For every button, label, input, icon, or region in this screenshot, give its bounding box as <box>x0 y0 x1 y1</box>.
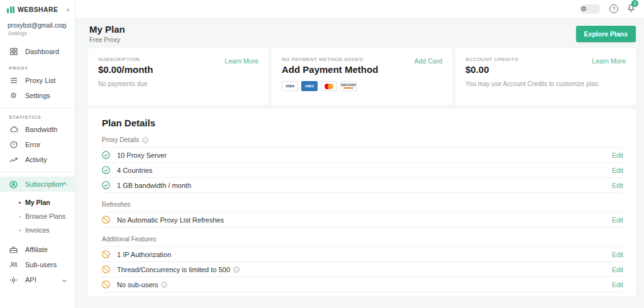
check-circle-icon <box>102 151 110 159</box>
plan-row: Thread/Concurrency is limited to 500 Edi… <box>102 261 623 277</box>
sidebar-item-error[interactable]: Error <box>0 137 75 152</box>
plan-details-title: Plan Details <box>102 118 623 128</box>
sidebar-item-subscription[interactable]: Subscription <box>0 177 75 192</box>
account-switcher[interactable]: proxybst@gmail.com Settings <box>0 17 75 39</box>
info-icon[interactable] <box>233 267 240 273</box>
info-icon[interactable] <box>161 282 167 288</box>
check-circle-icon <box>102 166 110 174</box>
sidebar-subitem-my-plan[interactable]: My Plan <box>0 195 75 209</box>
edit-link[interactable]: Edit <box>612 216 623 224</box>
theme-toggle[interactable]: ⚙ <box>579 4 601 14</box>
page-header: My Plan Free Proxy Explore Plans <box>88 18 636 48</box>
check-circle-icon <box>102 181 110 189</box>
learn-more-link[interactable]: Learn More <box>225 57 258 65</box>
sidebar-item-label: Dashboard <box>25 48 59 55</box>
additional-features-rows: 1 IP Authorization Edit Thread/Concurren… <box>102 246 623 292</box>
sidebar-item-dashboard[interactable]: Dashboard <box>0 44 75 59</box>
excluded-circle-icon <box>102 265 110 273</box>
edit-link[interactable]: Edit <box>612 281 623 289</box>
app-window: WEBSHARE « proxybst@gmail.com Settings D… <box>0 0 644 308</box>
collapse-sidebar-icon[interactable]: « <box>66 6 70 13</box>
error-icon <box>9 141 18 148</box>
brand-name: WEBSHARE <box>18 6 58 13</box>
brand-logo[interactable]: WEBSHARE « <box>0 0 75 17</box>
subscription-amount: $0.00/month <box>98 64 258 75</box>
learn-more-link[interactable]: Learn More <box>592 57 626 65</box>
plan-row-text: No sub-users <box>117 281 167 289</box>
sidebar-subitem-label: Browse Plans <box>25 212 65 220</box>
card-note: You may use Account Credits to customize… <box>465 80 626 87</box>
discover-icon: DISCOVER <box>340 81 357 91</box>
accepted-card-brands: VISA AMEX DISCOVER <box>282 81 442 91</box>
plan-row-text: 10 Proxy Server <box>117 151 167 159</box>
plan-row: 1 GB bandwidth / month Edit <box>102 177 623 192</box>
sidebar-item-bandwidth[interactable]: Bandwidth <box>0 122 75 137</box>
webshare-logo-icon <box>7 6 14 13</box>
help-button[interactable]: ? <box>609 4 618 13</box>
plan-row: 1 IP Authorization Edit <box>102 246 623 261</box>
sidebar-item-label: Bandwidth <box>25 126 57 133</box>
excluded-circle-icon <box>102 250 110 258</box>
sidebar-item-proxy-list[interactable]: Proxy List <box>0 73 75 88</box>
chevron-down-icon <box>62 277 67 282</box>
list-icon <box>9 77 18 84</box>
sidebar-item-label: Subscription <box>25 180 64 188</box>
affiliate-icon <box>9 246 18 253</box>
sidebar-subitem-label: My Plan <box>25 199 50 206</box>
bullet-icon <box>19 229 21 231</box>
plan-row: No Automatic Proxy List Refreshes Edit <box>102 212 623 227</box>
explore-plans-button[interactable]: Explore Plans <box>576 26 636 42</box>
plan-row-text: No Automatic Proxy List Refreshes <box>117 216 224 224</box>
add-card-link[interactable]: Add Card <box>414 57 442 65</box>
gear-icon: ⚙ <box>580 6 587 13</box>
notification-count-badge: 2 <box>631 0 638 7</box>
edit-link[interactable]: Edit <box>612 182 623 189</box>
plan-row-text: 1 IP Authorization <box>117 251 171 258</box>
subscription-account-icon <box>9 180 18 189</box>
dashboard-icon <box>9 48 18 55</box>
api-icon <box>9 276 18 284</box>
section-label-statistics: STATISTICS <box>9 114 75 120</box>
mastercard-icon <box>321 81 337 91</box>
plan-row-text: 1 GB bandwidth / month <box>117 182 191 189</box>
section-label-proxy: PROXY <box>9 65 75 71</box>
subscription-card: SUBSCRIPTION $0.00/month Learn More No p… <box>88 48 269 105</box>
edit-link[interactable]: Edit <box>612 151 623 159</box>
visa-icon: VISA <box>282 81 298 91</box>
sidebar-item-sub-users[interactable]: Sub-users <box>0 257 75 272</box>
gear-icon: ⚙ <box>9 91 18 100</box>
sidebar-subitem-browse-plans[interactable]: Browse Plans <box>0 209 75 223</box>
sidebar-divider <box>0 107 75 108</box>
users-icon <box>9 261 18 268</box>
page-subtitle: Free Proxy <box>89 36 125 43</box>
info-icon[interactable] <box>142 137 148 143</box>
sidebar-item-label: Proxy List <box>25 77 55 84</box>
amex-icon: AMEX <box>301 81 318 91</box>
sidebar-item-affiliate[interactable]: Affiliate <box>0 242 75 257</box>
notifications-button[interactable]: 2 <box>627 3 635 14</box>
page-title: My Plan <box>89 24 125 35</box>
plan-row-text: Thread/Concurrency is limited to 500 <box>117 266 240 273</box>
edit-link[interactable]: Edit <box>612 266 623 273</box>
plan-row: No sub-users Edit <box>102 277 623 292</box>
excluded-circle-icon <box>102 216 110 224</box>
sidebar-item-label: Sub-users <box>25 261 57 268</box>
chevron-up-icon <box>62 182 67 186</box>
proxy-details-rows: 10 Proxy Server Edit 4 Countries Edit 1 … <box>102 147 623 193</box>
edit-link[interactable]: Edit <box>612 251 623 258</box>
content: My Plan Free Proxy Explore Plans SUBSCRI… <box>75 18 644 308</box>
sidebar-item-api[interactable]: API <box>0 272 75 287</box>
payment-method-card: NO PAYMENT METHOD ADDED Add Payment Meth… <box>272 48 452 105</box>
account-settings-label: Settings <box>8 30 69 36</box>
refreshes-rows: No Automatic Proxy List Refreshes Edit <box>102 212 623 228</box>
main-area: ⚙ ? 2 My Plan Free Proxy Explore Plans <box>75 0 644 308</box>
add-payment-method-title: Add Payment Method <box>282 64 442 75</box>
sidebar-item-activity[interactable]: Activity <box>0 152 75 167</box>
edit-link[interactable]: Edit <box>612 167 623 174</box>
excluded-circle-icon <box>102 280 110 289</box>
plan-details-card: Plan Details Proxy Details 10 Proxy Serv… <box>88 109 636 296</box>
sidebar-item-label: Settings <box>25 92 50 99</box>
sidebar-item-settings[interactable]: ⚙ Settings <box>0 88 75 103</box>
topbar: ⚙ ? 2 <box>75 0 644 18</box>
sidebar-subitem-invoices[interactable]: Invoices <box>0 223 75 237</box>
